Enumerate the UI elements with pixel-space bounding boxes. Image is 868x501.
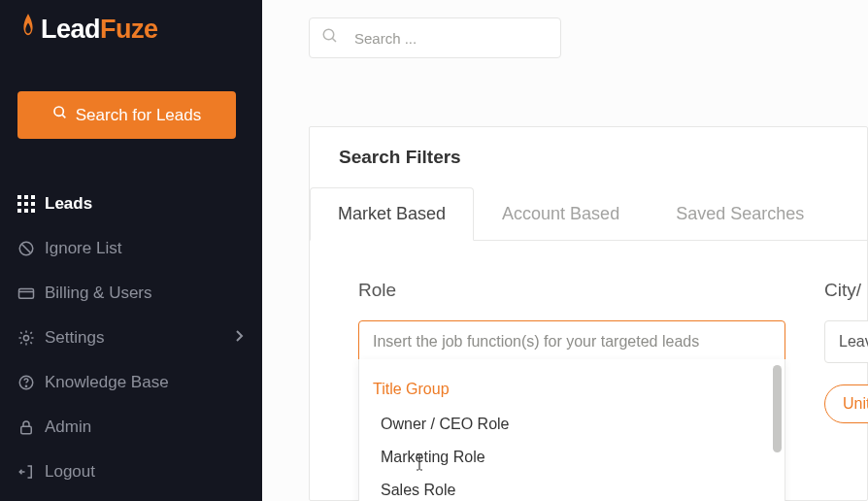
role-label: Role <box>358 280 785 301</box>
svg-rect-5 <box>17 202 21 206</box>
sidebar-item-label: Ignore List <box>45 239 121 258</box>
svg-rect-18 <box>21 426 32 434</box>
city-label: City/ <box>824 280 868 301</box>
brand-text: LeadFuze <box>41 15 158 45</box>
tab-label: Market Based <box>338 204 446 223</box>
sidebar-item-logout[interactable]: Logout <box>0 450 262 494</box>
sidebar-item-ignore-list[interactable]: Ignore List <box>0 226 262 271</box>
dropdown-item[interactable]: Marketing Role <box>359 441 785 474</box>
svg-rect-13 <box>19 289 34 299</box>
sidebar-item-leads[interactable]: Leads <box>0 182 262 226</box>
svg-rect-7 <box>31 202 35 206</box>
global-search-input[interactable] <box>354 30 549 47</box>
sidebar-item-label: Leads <box>45 194 92 214</box>
grid-icon <box>17 195 45 213</box>
dropdown-item[interactable]: Sales Role <box>359 474 785 501</box>
svg-rect-10 <box>31 209 35 213</box>
svg-line-1 <box>62 115 65 117</box>
global-search[interactable] <box>309 17 561 58</box>
panel-title: Search Filters <box>310 127 867 187</box>
search-icon <box>52 105 68 125</box>
sidebar-item-knowledge-base[interactable]: Knowledge Base <box>0 360 262 405</box>
tab-label: Account Based <box>502 204 619 223</box>
svg-rect-9 <box>24 209 28 213</box>
tab-label: Saved Searches <box>676 204 804 223</box>
role-dropdown: Title Group Owner / CEO Role Marketing R… <box>358 359 785 501</box>
chevron-right-icon <box>235 328 245 348</box>
main-area: Search Filters Market Based Account Base… <box>262 0 868 501</box>
sidebar-item-label: Settings <box>45 328 104 348</box>
search-for-leads-label: Search for Leads <box>76 106 201 125</box>
svg-point-17 <box>25 385 26 386</box>
svg-rect-8 <box>17 209 21 213</box>
sidebar-item-admin[interactable]: Admin <box>0 405 262 450</box>
search-icon <box>321 27 339 49</box>
search-for-leads-button[interactable]: Search for Leads <box>17 91 236 139</box>
lock-icon <box>17 418 45 436</box>
sidebar-item-billing-users[interactable]: Billing & Users <box>0 271 262 316</box>
svg-point-19 <box>323 29 334 40</box>
form-area: Role Title Group Owner / CEO Role Market… <box>310 241 867 462</box>
card-icon <box>17 284 45 302</box>
svg-line-20 <box>332 38 336 42</box>
role-input[interactable] <box>358 320 785 363</box>
tab-saved-searches[interactable]: Saved Searches <box>648 187 832 241</box>
sidebar-item-label: Knowledge Base <box>45 373 169 392</box>
svg-line-12 <box>22 245 31 253</box>
svg-point-0 <box>54 107 63 116</box>
gear-icon <box>17 329 45 347</box>
sidebar-item-settings[interactable]: Settings <box>0 316 262 360</box>
question-icon <box>17 374 45 391</box>
svg-point-15 <box>23 335 28 340</box>
brand-logo: LeadFuze <box>0 14 262 45</box>
pill-label: Unit <box>843 395 868 412</box>
tab-account-based[interactable]: Account Based <box>474 187 648 241</box>
logout-icon <box>17 463 45 481</box>
role-column: Role Title Group Owner / CEO Role Market… <box>358 280 785 423</box>
scrollbar-thumb[interactable] <box>773 365 782 452</box>
sidebar-item-label: Billing & Users <box>45 284 152 303</box>
block-icon <box>17 240 45 257</box>
sidebar: LeadFuze Search for Leads Leads Ignore L… <box>0 0 262 501</box>
search-filters-panel: Search Filters Market Based Account Base… <box>309 126 868 501</box>
flame-icon <box>17 14 39 45</box>
svg-rect-4 <box>31 195 35 199</box>
sidebar-item-label: Admin <box>45 418 91 437</box>
sidebar-item-label: Logout <box>45 462 95 482</box>
dropdown-item[interactable]: Owner / CEO Role <box>359 408 785 441</box>
city-column: City/ Unit <box>824 280 868 423</box>
tabs: Market Based Account Based Saved Searche… <box>310 187 867 241</box>
tab-market-based[interactable]: Market Based <box>310 187 474 241</box>
svg-rect-6 <box>24 202 28 206</box>
svg-rect-2 <box>17 195 21 199</box>
svg-rect-3 <box>24 195 28 199</box>
unit-pill-button[interactable]: Unit <box>824 384 868 423</box>
dropdown-group-label: Title Group <box>359 359 785 408</box>
city-input[interactable] <box>824 320 868 363</box>
